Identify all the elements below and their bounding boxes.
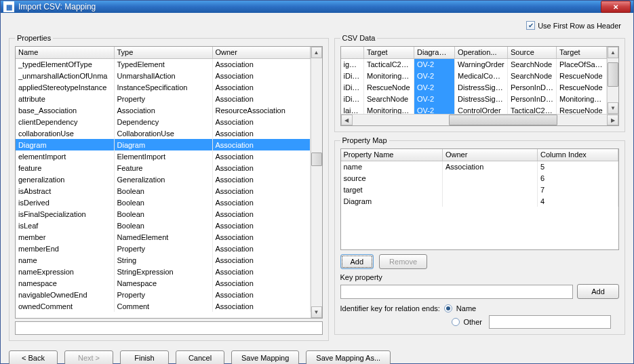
table-row[interactable]: base_AssociationAssociationResourceAssoc… — [16, 104, 310, 116]
content-area: ✔ Use First Row as Header Properties Nam… — [1, 13, 633, 346]
scroll-left-icon[interactable]: ◀ — [341, 115, 353, 125]
table-row[interactable]: namespaceNamespaceAssociation — [16, 277, 310, 289]
csv-col-source[interactable]: Source — [508, 47, 557, 58]
radio-name-label: Name — [456, 304, 476, 312]
identifier-label: Identifier key for relation ends: — [340, 304, 440, 312]
other-input[interactable] — [489, 315, 611, 329]
csv-col-target[interactable]: Target — [364, 47, 414, 58]
table-row[interactable]: featureFeatureAssociation — [16, 162, 310, 174]
table-row[interactable]: attributePropertyAssociation — [16, 93, 310, 104]
table-row[interactable]: _typedElementOfTypeTypedElementAssociati… — [16, 58, 310, 70]
table-row[interactable]: navigableOwnedEndPropertyAssociation — [16, 289, 310, 300]
scroll-up-icon[interactable]: ▲ — [311, 47, 322, 58]
table-row[interactable]: isAbstractBooleanAssociation — [16, 185, 310, 197]
col-owner[interactable]: Owner — [212, 47, 310, 58]
table-row[interactable]: source6 — [341, 172, 618, 184]
table-row[interactable]: target7 — [341, 184, 618, 195]
key-property-input[interactable] — [340, 285, 574, 299]
pm-col-index[interactable]: Column Index — [538, 149, 618, 161]
table-row[interactable]: isLeafBooleanAssociation — [16, 220, 310, 231]
propmap-legend: Property Map — [340, 136, 389, 144]
back-button[interactable]: < Back — [9, 350, 58, 364]
col-name[interactable]: Name — [16, 47, 114, 58]
remove-mapping-button[interactable]: Remove — [379, 254, 427, 269]
csv-col-diagram[interactable]: DiagramO... — [414, 47, 455, 58]
cancel-button[interactable]: Cancel — [176, 350, 224, 364]
table-row[interactable]: laiS...MonitoringN...OV-2ControlOrderTac… — [341, 104, 607, 114]
table-row[interactable]: clientDependencyDependencyAssociation — [16, 116, 310, 127]
pm-col-name[interactable]: Property Name — [341, 149, 443, 161]
button-bar: < Back Next > Finish Cancel Save Mapping… — [1, 346, 633, 364]
properties-scrollbar[interactable]: ▲ ▼ — [311, 47, 322, 318]
table-row[interactable]: nameExpressionStringExpressionAssociatio… — [16, 266, 310, 277]
csv-col-operation[interactable]: Operation... — [455, 47, 508, 58]
pm-col-owner[interactable]: Owner — [443, 149, 538, 161]
csv-legend: CSV Data — [340, 34, 378, 42]
table-row[interactable]: iDis...SearchNodeOV-2DistressSignal1Pers… — [341, 93, 607, 104]
app-icon: ▦ — [3, 1, 14, 12]
properties-filter-input[interactable] — [15, 321, 323, 335]
add-key-button[interactable]: Add — [577, 284, 619, 299]
table-row[interactable]: nameStringAssociation — [16, 254, 310, 266]
csv-scrollbar-h[interactable]: ◀ ▶ — [341, 114, 619, 125]
finish-button[interactable]: Finish — [120, 350, 169, 364]
window-title: Import CSV: Mapping — [18, 2, 601, 12]
csv-scrollbar-v[interactable]: ▲ ▼ — [607, 47, 618, 114]
checkbox-icon: ✔ — [526, 21, 535, 30]
scroll-right-icon[interactable]: ▶ — [607, 115, 618, 125]
use-first-row-label: Use First Row as Header — [538, 22, 621, 30]
table-row[interactable]: nameAssociation5 — [341, 161, 618, 172]
scroll-thumb[interactable] — [311, 153, 322, 166]
table-row[interactable]: memberNamedElementAssociation — [16, 231, 310, 243]
titlebar[interactable]: ▦ Import CSV: Mapping ✕ — [1, 1, 633, 13]
scroll-up-icon[interactable]: ▲ — [608, 47, 618, 58]
table-row[interactable]: _unmarshallActionOfUnmaUnmarshallActionA… — [16, 70, 310, 81]
next-button[interactable]: Next > — [64, 350, 113, 364]
csv-table[interactable]: Target DiagramO... Operation... Source T… — [341, 47, 608, 114]
table-row[interactable]: appliedStereotypeInstanceInstanceSpecifi… — [16, 81, 310, 93]
close-button[interactable]: ✕ — [601, 1, 631, 13]
properties-table[interactable]: Name Type Owner _typedElementOfTypeTyped… — [16, 47, 311, 318]
radio-other[interactable] — [452, 318, 460, 326]
save-mapping-button[interactable]: Save Mapping — [231, 350, 299, 364]
scroll-thumb-h[interactable] — [449, 115, 557, 125]
col-type[interactable]: Type — [114, 47, 212, 58]
propmap-table[interactable]: Property Name Owner Column Index nameAss… — [341, 149, 619, 249]
add-mapping-button[interactable]: Add — [340, 254, 374, 269]
import-csv-window: ▦ Import CSV: Mapping ✕ ✔ Use First Row … — [0, 0, 634, 364]
table-row[interactable]: iDis...RescueNodeOV-2DistressSignalPerso… — [341, 81, 607, 93]
use-first-row-checkbox[interactable]: ✔ Use First Row as Header — [526, 21, 621, 30]
scroll-thumb[interactable] — [608, 62, 618, 87]
radio-other-label: Other — [464, 318, 483, 326]
table-row[interactable]: iDis...MonitoringN...OV-2MedicalCond...S… — [341, 70, 607, 81]
table-row[interactable]: isFinalSpecializationBooleanAssociation — [16, 208, 310, 220]
properties-legend: Properties — [15, 34, 53, 42]
scroll-down-icon[interactable]: ▼ — [311, 306, 322, 318]
table-row[interactable]: elementImportElementImportAssociation — [16, 150, 310, 162]
table-row[interactable]: memberEndPropertyAssociation — [16, 243, 310, 254]
scroll-down-icon[interactable]: ▼ — [608, 102, 618, 114]
table-row[interactable]: generalizationGeneralizationAssociation — [16, 174, 310, 185]
table-row[interactable]: igN...TacticalC2N...OV-2WarningOrderSear… — [341, 58, 607, 70]
radio-name[interactable] — [444, 304, 452, 312]
table-row[interactable]: collaborationUseCollaborationUseAssociat… — [16, 127, 310, 139]
table-row[interactable]: DiagramDiagramAssociation — [16, 139, 310, 150]
csv-col-target2[interactable]: Target — [557, 47, 607, 58]
table-row[interactable]: ownedCommentCommentAssociation — [16, 300, 310, 312]
properties-panel: Properties Name Type Owner _typedElement… — [9, 34, 329, 341]
csv-data-panel: CSV Data Target DiagramO... — [334, 34, 626, 132]
csv-col-0[interactable] — [341, 47, 364, 58]
key-property-label: Key property — [340, 273, 620, 281]
save-mapping-as-button[interactable]: Save Mapping As... — [306, 350, 391, 364]
property-map-panel: Property Map Property Name Owner Column … — [334, 136, 626, 335]
table-row[interactable]: Diagram4 — [341, 195, 618, 207]
table-row[interactable]: isDerivedBooleanAssociation — [16, 197, 310, 208]
